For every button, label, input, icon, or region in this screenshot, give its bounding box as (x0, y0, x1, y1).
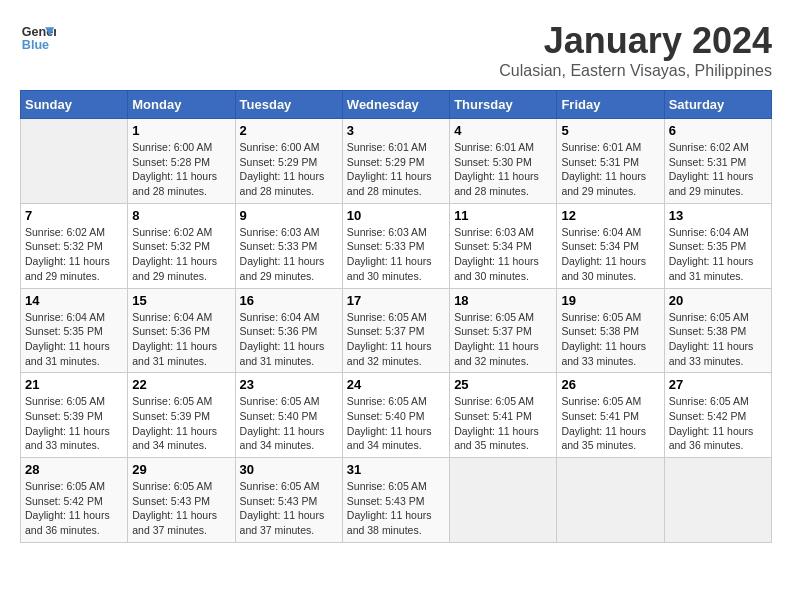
week-row-4: 21Sunrise: 6:05 AMSunset: 5:39 PMDayligh… (21, 373, 772, 458)
day-cell (664, 458, 771, 543)
day-number: 17 (347, 293, 445, 308)
day-cell: 14Sunrise: 6:04 AMSunset: 5:35 PMDayligh… (21, 288, 128, 373)
day-number: 15 (132, 293, 230, 308)
day-cell: 24Sunrise: 6:05 AMSunset: 5:40 PMDayligh… (342, 373, 449, 458)
day-info: Sunrise: 6:05 AMSunset: 5:38 PMDaylight:… (669, 310, 767, 369)
day-cell: 5Sunrise: 6:01 AMSunset: 5:31 PMDaylight… (557, 119, 664, 204)
day-number: 14 (25, 293, 123, 308)
day-cell: 10Sunrise: 6:03 AMSunset: 5:33 PMDayligh… (342, 203, 449, 288)
day-number: 24 (347, 377, 445, 392)
logo-icon: General Blue (20, 20, 56, 56)
main-title: January 2024 (499, 20, 772, 62)
day-info: Sunrise: 6:05 AMSunset: 5:42 PMDaylight:… (25, 479, 123, 538)
calendar-table: SundayMondayTuesdayWednesdayThursdayFrid… (20, 90, 772, 543)
day-info: Sunrise: 6:05 AMSunset: 5:43 PMDaylight:… (240, 479, 338, 538)
day-info: Sunrise: 6:05 AMSunset: 5:39 PMDaylight:… (25, 394, 123, 453)
day-number: 12 (561, 208, 659, 223)
day-info: Sunrise: 6:05 AMSunset: 5:41 PMDaylight:… (454, 394, 552, 453)
day-number: 16 (240, 293, 338, 308)
day-number: 25 (454, 377, 552, 392)
day-number: 29 (132, 462, 230, 477)
day-cell: 27Sunrise: 6:05 AMSunset: 5:42 PMDayligh… (664, 373, 771, 458)
day-number: 19 (561, 293, 659, 308)
day-info: Sunrise: 6:03 AMSunset: 5:33 PMDaylight:… (347, 225, 445, 284)
day-cell: 1Sunrise: 6:00 AMSunset: 5:28 PMDaylight… (128, 119, 235, 204)
day-number: 23 (240, 377, 338, 392)
title-area: January 2024 Culasian, Eastern Visayas, … (499, 20, 772, 80)
day-cell: 8Sunrise: 6:02 AMSunset: 5:32 PMDaylight… (128, 203, 235, 288)
day-info: Sunrise: 6:05 AMSunset: 5:38 PMDaylight:… (561, 310, 659, 369)
day-info: Sunrise: 6:01 AMSunset: 5:30 PMDaylight:… (454, 140, 552, 199)
day-info: Sunrise: 6:05 AMSunset: 5:37 PMDaylight:… (347, 310, 445, 369)
day-number: 27 (669, 377, 767, 392)
day-info: Sunrise: 6:03 AMSunset: 5:34 PMDaylight:… (454, 225, 552, 284)
header-row: SundayMondayTuesdayWednesdayThursdayFrid… (21, 91, 772, 119)
day-info: Sunrise: 6:05 AMSunset: 5:43 PMDaylight:… (347, 479, 445, 538)
day-cell: 15Sunrise: 6:04 AMSunset: 5:36 PMDayligh… (128, 288, 235, 373)
day-cell: 18Sunrise: 6:05 AMSunset: 5:37 PMDayligh… (450, 288, 557, 373)
day-info: Sunrise: 6:02 AMSunset: 5:32 PMDaylight:… (25, 225, 123, 284)
day-cell: 9Sunrise: 6:03 AMSunset: 5:33 PMDaylight… (235, 203, 342, 288)
day-cell: 12Sunrise: 6:04 AMSunset: 5:34 PMDayligh… (557, 203, 664, 288)
day-info: Sunrise: 6:01 AMSunset: 5:29 PMDaylight:… (347, 140, 445, 199)
header: General Blue January 2024 Culasian, East… (20, 20, 772, 80)
header-cell-saturday: Saturday (664, 91, 771, 119)
day-cell: 13Sunrise: 6:04 AMSunset: 5:35 PMDayligh… (664, 203, 771, 288)
day-cell: 3Sunrise: 6:01 AMSunset: 5:29 PMDaylight… (342, 119, 449, 204)
day-info: Sunrise: 6:05 AMSunset: 5:42 PMDaylight:… (669, 394, 767, 453)
day-info: Sunrise: 6:02 AMSunset: 5:31 PMDaylight:… (669, 140, 767, 199)
week-row-2: 7Sunrise: 6:02 AMSunset: 5:32 PMDaylight… (21, 203, 772, 288)
day-cell (21, 119, 128, 204)
day-info: Sunrise: 6:04 AMSunset: 5:35 PMDaylight:… (669, 225, 767, 284)
day-cell: 30Sunrise: 6:05 AMSunset: 5:43 PMDayligh… (235, 458, 342, 543)
day-number: 2 (240, 123, 338, 138)
day-number: 18 (454, 293, 552, 308)
day-info: Sunrise: 6:04 AMSunset: 5:35 PMDaylight:… (25, 310, 123, 369)
day-number: 11 (454, 208, 552, 223)
day-number: 13 (669, 208, 767, 223)
day-cell: 7Sunrise: 6:02 AMSunset: 5:32 PMDaylight… (21, 203, 128, 288)
day-number: 26 (561, 377, 659, 392)
day-number: 21 (25, 377, 123, 392)
day-cell (450, 458, 557, 543)
day-cell: 21Sunrise: 6:05 AMSunset: 5:39 PMDayligh… (21, 373, 128, 458)
day-number: 6 (669, 123, 767, 138)
day-cell: 19Sunrise: 6:05 AMSunset: 5:38 PMDayligh… (557, 288, 664, 373)
day-info: Sunrise: 6:00 AMSunset: 5:29 PMDaylight:… (240, 140, 338, 199)
week-row-5: 28Sunrise: 6:05 AMSunset: 5:42 PMDayligh… (21, 458, 772, 543)
day-info: Sunrise: 6:05 AMSunset: 5:37 PMDaylight:… (454, 310, 552, 369)
day-cell: 29Sunrise: 6:05 AMSunset: 5:43 PMDayligh… (128, 458, 235, 543)
day-info: Sunrise: 6:01 AMSunset: 5:31 PMDaylight:… (561, 140, 659, 199)
day-cell (557, 458, 664, 543)
day-cell: 22Sunrise: 6:05 AMSunset: 5:39 PMDayligh… (128, 373, 235, 458)
day-number: 22 (132, 377, 230, 392)
header-cell-thursday: Thursday (450, 91, 557, 119)
day-cell: 31Sunrise: 6:05 AMSunset: 5:43 PMDayligh… (342, 458, 449, 543)
svg-text:Blue: Blue (22, 38, 49, 52)
day-info: Sunrise: 6:04 AMSunset: 5:36 PMDaylight:… (132, 310, 230, 369)
day-info: Sunrise: 6:05 AMSunset: 5:40 PMDaylight:… (347, 394, 445, 453)
day-info: Sunrise: 6:03 AMSunset: 5:33 PMDaylight:… (240, 225, 338, 284)
day-cell: 16Sunrise: 6:04 AMSunset: 5:36 PMDayligh… (235, 288, 342, 373)
day-info: Sunrise: 6:05 AMSunset: 5:41 PMDaylight:… (561, 394, 659, 453)
calendar-header: SundayMondayTuesdayWednesdayThursdayFrid… (21, 91, 772, 119)
header-cell-sunday: Sunday (21, 91, 128, 119)
day-info: Sunrise: 6:04 AMSunset: 5:34 PMDaylight:… (561, 225, 659, 284)
sub-title: Culasian, Eastern Visayas, Philippines (499, 62, 772, 80)
day-cell: 2Sunrise: 6:00 AMSunset: 5:29 PMDaylight… (235, 119, 342, 204)
day-number: 7 (25, 208, 123, 223)
day-number: 28 (25, 462, 123, 477)
header-cell-wednesday: Wednesday (342, 91, 449, 119)
day-info: Sunrise: 6:00 AMSunset: 5:28 PMDaylight:… (132, 140, 230, 199)
day-info: Sunrise: 6:05 AMSunset: 5:39 PMDaylight:… (132, 394, 230, 453)
day-number: 31 (347, 462, 445, 477)
day-cell: 4Sunrise: 6:01 AMSunset: 5:30 PMDaylight… (450, 119, 557, 204)
calendar-body: 1Sunrise: 6:00 AMSunset: 5:28 PMDaylight… (21, 119, 772, 543)
day-cell: 20Sunrise: 6:05 AMSunset: 5:38 PMDayligh… (664, 288, 771, 373)
day-number: 1 (132, 123, 230, 138)
day-number: 9 (240, 208, 338, 223)
day-number: 4 (454, 123, 552, 138)
day-cell: 6Sunrise: 6:02 AMSunset: 5:31 PMDaylight… (664, 119, 771, 204)
day-cell: 25Sunrise: 6:05 AMSunset: 5:41 PMDayligh… (450, 373, 557, 458)
day-number: 10 (347, 208, 445, 223)
